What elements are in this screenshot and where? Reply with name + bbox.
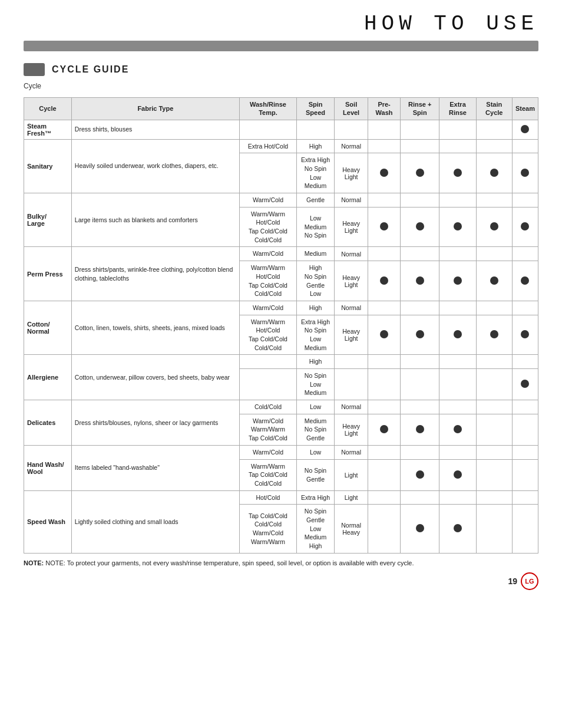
feature-dot	[490, 276, 498, 285]
pre-wash-cell	[368, 505, 401, 553]
spin-speed: Low	[297, 400, 335, 414]
feature-dot	[454, 470, 462, 479]
steam-cell	[512, 301, 538, 315]
spin-speed: Low Medium No Spin	[297, 207, 335, 247]
steam-cell	[512, 120, 538, 139]
soil-level	[335, 120, 368, 139]
extra-rinse-cell	[439, 301, 476, 315]
stain-cycle-cell	[476, 490, 512, 505]
wash-temp: Warm/Cold	[239, 445, 296, 459]
stain-cycle-cell	[476, 193, 512, 207]
wash-temp	[239, 120, 296, 139]
pre-wash-cell	[368, 261, 401, 301]
extra-rinse-cell	[439, 120, 476, 139]
feature-dot	[416, 222, 424, 230]
soil-level: Heavy Light	[335, 315, 368, 355]
extra-rinse-cell	[439, 153, 476, 193]
soil-level: Light	[335, 490, 368, 505]
fabric-type: Lightly soiled clothing and small loads	[71, 490, 239, 553]
stain-cycle-cell	[476, 153, 512, 193]
steam-cell	[512, 193, 538, 207]
soil-level: Heavy Light	[335, 207, 368, 247]
stain-cycle-cell	[476, 400, 512, 414]
feature-dot	[454, 276, 462, 285]
feature-dot	[521, 276, 529, 285]
extra-rinse-cell	[439, 315, 476, 355]
steam-cell	[512, 261, 538, 301]
steam-cell	[512, 445, 538, 459]
feature-dot	[416, 470, 424, 479]
cycle-name: Steam Fresh™	[24, 120, 72, 139]
spin-speed: No Spin Gentle	[297, 459, 335, 490]
feature-dot	[380, 425, 388, 433]
feature-dot	[521, 169, 529, 177]
extra-rinse-cell	[439, 369, 476, 400]
rinse-spin-cell	[401, 261, 439, 301]
wash-temp: Warm/Cold	[239, 301, 296, 315]
steam-cell	[512, 505, 538, 553]
stain-cycle-cell	[476, 414, 512, 445]
extra-rinse-cell	[439, 139, 476, 153]
cycle-name: Delicates	[24, 400, 72, 446]
extra-rinse-cell	[439, 490, 476, 505]
section-title: CYCLE GUIDE	[52, 64, 129, 75]
extra-rinse-cell	[439, 247, 476, 261]
feature-dot	[490, 169, 498, 177]
feature-dot	[454, 425, 462, 433]
col-header-rinse-spin: Rinse + Spin	[401, 98, 439, 120]
col-header-steam: Steam	[512, 98, 538, 120]
feature-dot	[490, 222, 498, 230]
soil-level: Normal	[335, 193, 368, 207]
col-header-fabric: Fabric Type	[71, 98, 239, 120]
pre-wash-cell	[368, 490, 401, 505]
steam-cell	[512, 459, 538, 490]
soil-level: Normal	[335, 247, 368, 261]
cycle-name: Cotton/ Normal	[24, 301, 72, 354]
steam-cell	[512, 315, 538, 355]
fabric-type: Large items such as blankets and comfort…	[71, 193, 239, 247]
stain-cycle-cell	[476, 315, 512, 355]
stain-cycle-cell	[476, 445, 512, 459]
spin-speed: Extra High No Spin Low Medium	[297, 153, 335, 193]
wash-temp: Cold/Cold	[239, 400, 296, 414]
stain-cycle-cell	[476, 247, 512, 261]
stain-cycle-cell	[476, 369, 512, 400]
pre-wash-cell	[368, 315, 401, 355]
spin-speed: High	[297, 301, 335, 315]
stain-cycle-cell	[476, 261, 512, 301]
soil-level: Normal Heavy	[335, 505, 368, 553]
soil-level	[335, 355, 368, 369]
feature-dot	[380, 169, 388, 177]
cycle-name: Speed Wash	[24, 490, 72, 553]
pre-wash-cell	[368, 355, 401, 369]
pre-wash-cell	[368, 120, 401, 139]
spin-speed: High	[297, 139, 335, 153]
rinse-spin-cell	[401, 139, 439, 153]
col-header-spin-speed: Spin Speed	[297, 98, 335, 120]
spin-speed: Extra High	[297, 490, 335, 505]
wash-temp	[239, 153, 296, 193]
spin-speed: No Spin Gentle Low Medium High	[297, 505, 335, 553]
spin-speed: Extra High No Spin Low Medium	[297, 315, 335, 355]
pre-wash-cell	[368, 207, 401, 247]
stain-cycle-cell	[476, 301, 512, 315]
extra-rinse-cell	[439, 400, 476, 414]
extra-rinse-cell	[439, 355, 476, 369]
steam-cell	[512, 355, 538, 369]
rinse-spin-cell	[401, 301, 439, 315]
rinse-spin-cell	[401, 400, 439, 414]
spin-speed: Low	[297, 445, 335, 459]
wash-temp: Warm/Cold	[239, 247, 296, 261]
feature-dot	[416, 169, 424, 177]
col-header-cycle: Cycle	[24, 98, 72, 120]
note-text: NOTE: NOTE: To protect your garments, no…	[24, 559, 538, 566]
rinse-spin-cell	[401, 369, 439, 400]
stain-cycle-cell	[476, 355, 512, 369]
page-number: 19	[508, 577, 517, 586]
fabric-type: Dress shirts, blouses	[71, 120, 239, 139]
wash-temp	[239, 369, 296, 400]
section-badge	[24, 63, 45, 76]
feature-dot	[521, 380, 529, 388]
feature-dot	[416, 425, 424, 433]
wash-temp: Warm/Warm Hot/Cold Tap Cold/Cold Cold/Co…	[239, 207, 296, 247]
